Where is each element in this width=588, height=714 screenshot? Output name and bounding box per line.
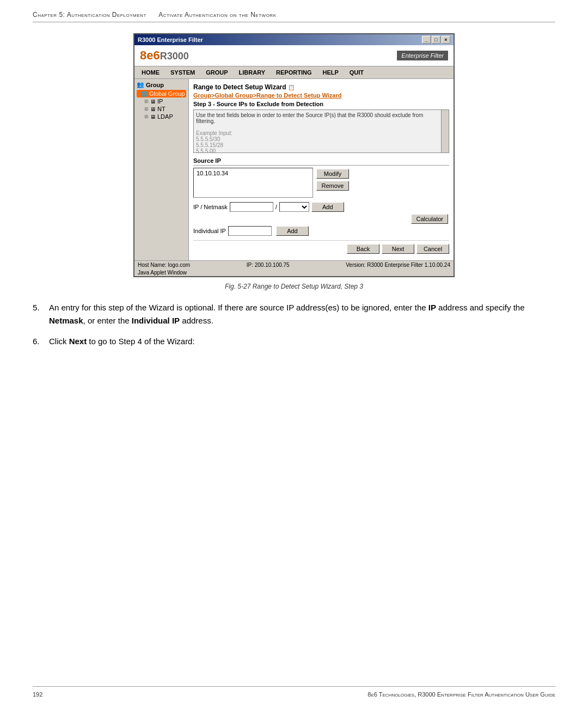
title-bar-buttons: _ □ ×	[422, 36, 450, 44]
java-applet-label: Java Applet Window	[134, 269, 454, 276]
global-group-icon: 🌐	[141, 91, 148, 97]
nav-quit[interactable]: QUIT	[345, 68, 369, 77]
sidebar: 👥 Group 🌐 Global Group ⊞ 🖥 IP ⊞ 🖥 NT	[134, 79, 189, 260]
title-bar: R3000 Enterprise Filter _ □ ×	[134, 34, 454, 45]
figure-caption: Fig. 5-27 Range to Detect Setup Wizard, …	[33, 283, 555, 290]
slash-separator: /	[275, 204, 277, 210]
footer-company: 8e6 Technologies, R3000 Enterprise Filte…	[367, 691, 555, 698]
description-text: Use the text fields below in order to en…	[196, 112, 446, 153]
add-ip-button[interactable]: Add	[311, 202, 344, 212]
nt-icon: 🖥	[150, 106, 156, 112]
nav-system[interactable]: SYSTEM	[166, 68, 200, 77]
ip-address: IP: 200.10.100.75	[247, 262, 290, 268]
logo-r3000: R3000	[160, 51, 189, 62]
nav-reporting[interactable]: REPORTING	[271, 68, 316, 77]
maximize-button[interactable]: □	[432, 36, 440, 44]
expand-icon-nt: ⊞	[144, 106, 149, 112]
app-window: R3000 Enterprise Filter _ □ × 8e6R3000 E…	[133, 33, 455, 277]
wizard-icon: 📋	[288, 84, 295, 90]
ip-buttons: Modify Remove	[316, 168, 349, 198]
host-name: Host Name: logo.com	[138, 262, 190, 268]
minimize-button[interactable]: _	[422, 36, 431, 44]
calculator-row: Calculator	[193, 214, 449, 224]
body-item-5: 5. An entry for this step of the Wizard …	[33, 301, 555, 327]
nt-label: NT	[157, 106, 166, 112]
sidebar-item-nt[interactable]: ⊞ 🖥 NT	[137, 105, 186, 113]
body-item-6: 6. Click Next to go to Step 4 of the Wiz…	[33, 335, 555, 348]
expand-icon-ip: ⊞	[144, 99, 149, 104]
sidebar-item-ip[interactable]: ⊞ 🖥 IP	[137, 97, 186, 105]
back-button[interactable]: Back	[347, 244, 379, 254]
sidebar-group-label: Group	[146, 82, 164, 88]
page-header: Chapter 5: Authentication Deployment Act…	[33, 11, 555, 22]
nav-help[interactable]: HELP	[317, 68, 343, 77]
nav-library[interactable]: LIBRARY	[234, 68, 270, 77]
netmask-select[interactable]	[279, 202, 309, 212]
ip-list-area: 10.10.10.34 Modify Remove	[193, 168, 449, 198]
logo-text: 8e6R3000	[140, 48, 189, 62]
scrollbar[interactable]	[441, 110, 449, 152]
bottom-buttons: Back Next Cancel	[193, 240, 449, 256]
nav-bar: HOME SYSTEM GROUP LIBRARY REPORTING HELP…	[134, 66, 454, 79]
chapter-title: Chapter 5: Authentication Deployment	[33, 11, 146, 19]
cancel-button[interactable]: Cancel	[416, 244, 449, 254]
sidebar-item-ldap[interactable]: ⊞ 🖥 LDAP	[137, 113, 186, 120]
modify-button[interactable]: Modify	[316, 169, 349, 179]
body-text-5: An entry for this step of the Wizard is …	[49, 301, 555, 327]
ip-input[interactable]	[230, 202, 273, 212]
description-box: Use the text fields below in order to en…	[193, 109, 449, 153]
ldap-icon: 🖥	[150, 114, 156, 120]
source-ip-label: Source IP	[193, 157, 449, 166]
enterprise-filter-badge: Enterprise Filter	[397, 51, 448, 60]
expand-icon-ldap: ⊞	[144, 114, 149, 119]
example-line-3: 5.5.5.00	[196, 148, 216, 153]
content-area: Range to Detect Setup Wizard 📋 Group>Glo…	[189, 79, 454, 260]
logo: 8e6R3000	[140, 48, 189, 63]
close-button[interactable]: ×	[442, 36, 450, 44]
group-icon: 👥	[137, 81, 144, 88]
wizard-title-text: Range to Detect Setup Wizard	[193, 83, 286, 91]
global-group-label: Global Group	[149, 90, 185, 97]
example-line-2: 5.5.5.15/28	[196, 142, 223, 148]
page-number: 192	[33, 691, 42, 698]
sidebar-title: 👥 Group	[137, 81, 186, 88]
ip-netmask-row: IP / Netmask / Add	[193, 202, 449, 212]
ip-label: IP	[157, 98, 163, 105]
status-bar: Host Name: logo.com IP: 200.10.100.75 Ve…	[134, 260, 454, 269]
page-footer: 192 8e6 Technologies, R3000 Enterprise F…	[33, 686, 555, 698]
body-text-6: Click Next to go to Step 4 of the Wizard…	[49, 335, 195, 348]
list-num-6: 6.	[33, 335, 44, 348]
example-line-1: 5.5.5.5/30	[196, 136, 220, 142]
source-ip-section: Source IP 10.10.10.34 Modify Remove	[193, 157, 449, 198]
ip-netmask-label: IP / Netmask	[193, 204, 228, 210]
main-content: 👥 Group 🌐 Global Group ⊞ 🖥 IP ⊞ 🖥 NT	[134, 79, 454, 260]
nav-home[interactable]: HOME	[137, 68, 164, 77]
step-title: Step 3 - Source IPs to Exclude from Dete…	[193, 101, 449, 107]
version-info: Version: R3000 Enterprise Filter 1.10.00…	[346, 262, 450, 268]
individual-ip-label: Individual IP	[193, 228, 226, 234]
java-label-text: Java Applet Window	[138, 270, 187, 276]
ip-icon: 🖥	[150, 99, 156, 105]
ldap-label: LDAP	[157, 113, 173, 120]
list-num-5: 5.	[33, 301, 44, 327]
individual-ip-input[interactable]	[228, 226, 272, 236]
window-title: R3000 Enterprise Filter	[138, 36, 203, 43]
logo-area: 8e6R3000 Enterprise Filter	[134, 45, 454, 66]
remove-button[interactable]: Remove	[316, 181, 349, 191]
sidebar-item-global-group[interactable]: 🌐 Global Group	[137, 90, 186, 97]
nav-group[interactable]: GROUP	[201, 68, 232, 77]
logo-8e6: 8e6	[140, 48, 160, 62]
ip-listbox[interactable]: 10.10.10.34	[193, 168, 313, 198]
ip-list-item: 10.10.10.34	[195, 169, 311, 177]
individual-ip-row: Individual IP Add	[193, 226, 449, 236]
next-button[interactable]: Next	[382, 244, 414, 254]
description-content: Use the text fields below in order to en…	[196, 112, 423, 124]
example-label: Example Input:	[196, 130, 232, 136]
wizard-title: Range to Detect Setup Wizard 📋	[193, 83, 449, 91]
add-individual-button[interactable]: Add	[276, 226, 309, 236]
calculator-button[interactable]: Calculator	[411, 214, 448, 224]
breadcrumb: Group>Global Group>Range to Detect Setup…	[193, 92, 449, 99]
section-title: Activate Authentication on the Network	[158, 11, 276, 19]
